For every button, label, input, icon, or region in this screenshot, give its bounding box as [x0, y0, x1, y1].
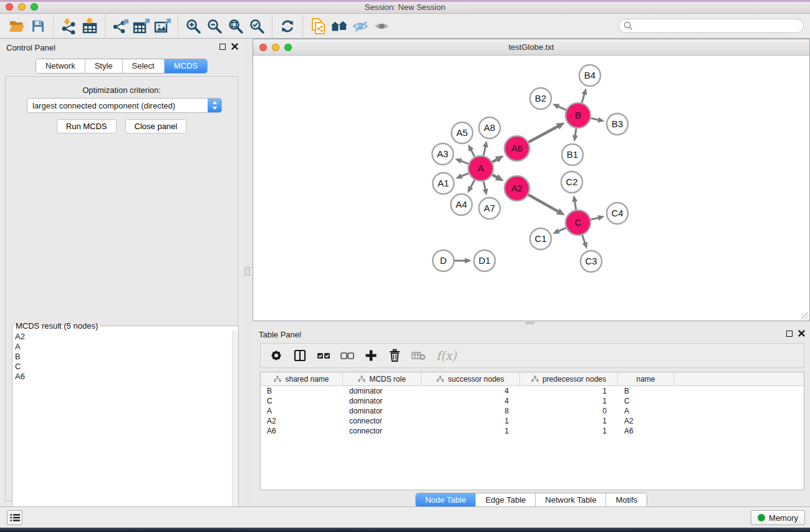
graph-edge-A-A8[interactable]: [483, 141, 488, 156]
tab-mcds[interactable]: MCDS: [164, 59, 207, 73]
tab-network[interactable]: Network: [36, 59, 85, 73]
network-window-titlebar[interactable]: testGlobe.txt: [253, 39, 809, 56]
graph-edge-C-C4[interactable]: [591, 215, 604, 221]
graph-node-A2[interactable]: A2: [504, 176, 529, 201]
graph-node-A5[interactable]: A5: [451, 122, 473, 143]
graph-node-C[interactable]: C: [566, 210, 591, 235]
graph-node-A[interactable]: A: [468, 156, 493, 181]
show-column-panel-icon[interactable]: [289, 346, 311, 365]
mcds-result-item-a6[interactable]: A6: [15, 372, 232, 382]
first-neighbors-icon[interactable]: [329, 16, 350, 36]
close-panel-icon[interactable]: [231, 43, 238, 50]
criterion-dropdown[interactable]: largest connected component (directed): [27, 98, 222, 113]
graph-edge-D-D1[interactable]: [455, 258, 471, 264]
tab-select[interactable]: Select: [122, 59, 164, 73]
function-builder-icon[interactable]: f(x): [432, 346, 461, 365]
zoom-out-icon[interactable]: [204, 16, 225, 36]
graph-node-B1[interactable]: B1: [562, 144, 583, 165]
float-table-panel-icon[interactable]: [786, 331, 793, 337]
search-input[interactable]: [619, 19, 804, 33]
graph-edge-B-B3[interactable]: [591, 117, 604, 123]
graph-edge-A-A1[interactable]: [455, 173, 468, 179]
zoom-in-icon[interactable]: [183, 16, 204, 36]
graph-edge-A-A2[interactable]: [492, 174, 504, 181]
graph-edge-C-C3[interactable]: [582, 235, 588, 249]
delete-table-icon[interactable]: [408, 346, 429, 365]
mcds-list-scrollbar[interactable]: [232, 331, 238, 532]
graph-node-A3[interactable]: A3: [432, 143, 453, 165]
import-table-icon[interactable]: [79, 16, 100, 36]
create-column-plus-icon[interactable]: [360, 346, 382, 365]
graph-node-C3[interactable]: C3: [581, 251, 602, 272]
graph-node-A1[interactable]: A1: [433, 173, 454, 194]
column-header-name[interactable]: name: [618, 372, 674, 385]
graph-edge-A-A5[interactable]: [468, 145, 475, 157]
network-canvas[interactable]: B4B2BB3A8A5A6A3B1AC2A1A2A4A7C4CC1C3DD1: [253, 56, 809, 321]
graph-node-C1[interactable]: C1: [530, 228, 551, 249]
graph-edge-C-C1[interactable]: [552, 228, 566, 233]
table-row-c[interactable]: Cdominator41C: [261, 396, 804, 406]
export-image-icon[interactable]: [152, 16, 173, 36]
graph-edge-A6-B[interactable]: [528, 122, 564, 142]
memory-button[interactable]: Memory: [751, 510, 805, 525]
table-tab-edge-table[interactable]: Edge Table: [475, 493, 535, 507]
table-row-a6[interactable]: A6connector11A6: [261, 426, 804, 436]
hide-selected-icon[interactable]: [350, 16, 371, 36]
show-all-icon[interactable]: [371, 16, 392, 36]
delete-column-trash-icon[interactable]: [384, 346, 405, 365]
unselect-all-columns-icon[interactable]: [337, 346, 358, 365]
table-row-a[interactable]: Adominator80A: [261, 406, 804, 416]
graph-edge-B-B4[interactable]: [582, 88, 587, 103]
export-network-icon[interactable]: [110, 16, 131, 36]
graph-node-B[interactable]: B: [566, 103, 591, 128]
table-row-b[interactable]: Bdominator41B: [261, 386, 804, 396]
graph-node-D[interactable]: D: [433, 250, 454, 271]
open-session-icon[interactable]: [6, 16, 27, 36]
export-table-icon[interactable]: [131, 16, 152, 36]
horizontal-divider-grip[interactable]: [526, 322, 534, 324]
column-header-successor-nodes[interactable]: successor nodes: [422, 372, 520, 385]
mcds-result-item-b[interactable]: B: [15, 352, 232, 362]
graph-edge-A-A3[interactable]: [455, 158, 469, 164]
graph-edge-A-A4[interactable]: [468, 180, 475, 193]
column-header-mcds-role[interactable]: MCDS role: [343, 372, 422, 385]
table-settings-gear-icon[interactable]: [266, 346, 287, 365]
duplicate-network-icon[interactable]: [307, 16, 329, 36]
resize-grip-icon[interactable]: [801, 312, 809, 320]
column-header-shared-name[interactable]: shared name: [261, 372, 343, 385]
mcds-result-item-a[interactable]: A: [15, 342, 232, 352]
save-session-icon[interactable]: [27, 16, 49, 36]
zoom-fit-icon[interactable]: [225, 16, 246, 36]
graph-edge-A-A6[interactable]: [492, 156, 504, 163]
table-row-a2[interactable]: A2connector11A2: [261, 416, 804, 426]
float-panel-icon[interactable]: [219, 44, 226, 50]
zoom-selected-icon[interactable]: [246, 16, 268, 36]
graph-node-D1[interactable]: D1: [474, 250, 495, 271]
graph-node-A6[interactable]: A6: [504, 136, 529, 161]
column-header-predecessor-nodes[interactable]: predecessor nodes: [520, 372, 618, 385]
run-mcds-button[interactable]: Run MCDS: [57, 119, 117, 133]
graph-edge-A-A7[interactable]: [483, 181, 488, 196]
graph-node-A8[interactable]: A8: [479, 117, 500, 138]
graph-node-B3[interactable]: B3: [607, 114, 628, 135]
task-history-button[interactable]: [7, 510, 22, 525]
mcds-result-item-c[interactable]: C: [15, 362, 232, 372]
tab-style[interactable]: Style: [85, 59, 122, 73]
refresh-icon[interactable]: [277, 16, 298, 36]
close-panel-button[interactable]: Close panel: [125, 119, 187, 133]
close-table-panel-icon[interactable]: [798, 330, 805, 337]
table-tab-motifs[interactable]: Motifs: [605, 493, 647, 507]
select-all-columns-icon[interactable]: [313, 346, 334, 365]
vertical-split-divider[interactable]: [243, 39, 253, 506]
divider-grip[interactable]: [244, 267, 250, 276]
graph-node-B4[interactable]: B4: [579, 65, 600, 86]
graph-edge-B-B1[interactable]: [572, 128, 578, 142]
graph-node-A7[interactable]: A7: [479, 198, 500, 219]
graph-node-C2[interactable]: C2: [561, 172, 582, 193]
table-tab-node-table[interactable]: Node Table: [416, 493, 476, 507]
graph-node-A4[interactable]: A4: [451, 194, 472, 215]
import-network-icon[interactable]: [58, 16, 79, 36]
graph-node-B2[interactable]: B2: [530, 88, 551, 109]
graph-node-C4[interactable]: C4: [607, 203, 628, 224]
graph-edge-C-C2[interactable]: [572, 195, 577, 210]
